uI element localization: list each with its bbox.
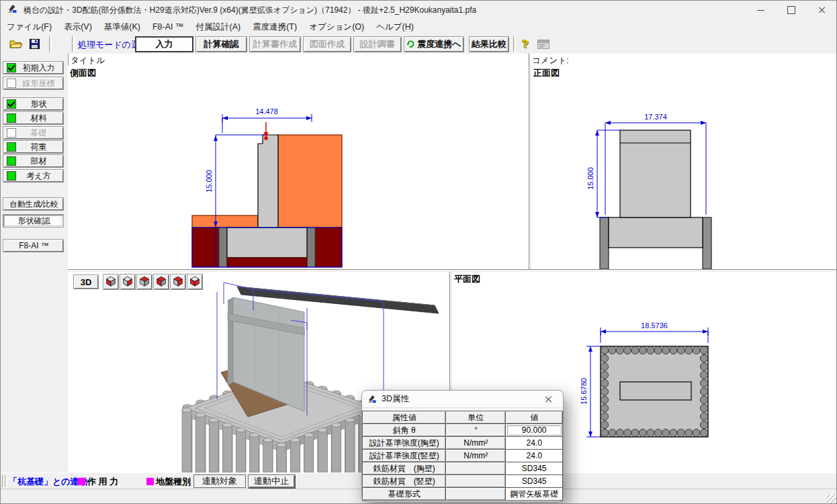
sidebar: 初期入力 線形座標 形状 材料 基礎 荷重 部材 考え方 自動生成/比較 形状確…	[1, 54, 69, 472]
plan-width-dim: 18.5736	[641, 321, 668, 330]
menu-item-seismic-link[interactable]: 震度連携(T)	[247, 19, 303, 34]
attr-row-rebar-stem: 鉄筋材質 (竪壁) SD345	[363, 475, 563, 488]
attr-row-skew-angle: 斜角 θ ° 90.000	[363, 424, 563, 437]
value-cell[interactable]: 鋼管矢板基礎	[506, 488, 563, 501]
title-field-label: タイトル:	[71, 55, 107, 66]
value-cell[interactable]: 24.0	[506, 437, 563, 450]
statusbar-grip	[5, 475, 7, 487]
sidebar-item-member[interactable]: 部材	[3, 154, 64, 168]
view-cube-button-6[interactable]	[187, 274, 203, 290]
menu-item-attached-design[interactable]: 付属設計(A)	[190, 19, 247, 34]
dialog-title-bar[interactable]: 3D属性	[362, 391, 563, 408]
mode-button-report[interactable]: 計算書作成	[249, 36, 301, 52]
mode-button-drawing[interactable]: 図面作成	[303, 36, 351, 52]
side-view-panel: 側面図 14.478 15.000	[68, 66, 529, 269]
sidebar-item-load[interactable]: 荷重	[3, 140, 64, 154]
column-header-value: 値	[506, 411, 563, 424]
checkbox-green-icon	[7, 113, 16, 123]
sidebar-item-foundation[interactable]: 基礎	[3, 126, 64, 140]
maximize-icon	[787, 6, 795, 14]
seismic-link-button[interactable]: 震度連携へ	[404, 36, 464, 52]
dialog-app-icon	[367, 394, 378, 404]
value-cell[interactable]: 24.0	[506, 450, 563, 462]
close-icon	[818, 6, 826, 14]
view-cube-toolbar	[103, 274, 203, 290]
dialog-close-button[interactable]	[539, 392, 559, 406]
value-cell[interactable]: SD345	[506, 475, 563, 488]
close-icon	[545, 395, 553, 403]
close-button[interactable]	[807, 1, 837, 19]
open-folder-icon	[9, 39, 23, 49]
mode-button-calc-check[interactable]: 計算確認	[195, 36, 247, 52]
view-cube-button-3[interactable]	[136, 274, 152, 290]
view-cube-button-4[interactable]	[153, 274, 169, 290]
checkbox-checked-icon	[7, 63, 16, 72]
value-cell[interactable]: 90.000	[506, 424, 563, 437]
table-header-row: 属性値 単位 値	[363, 411, 563, 424]
side-view-drawing: 14.478 15.000	[68, 66, 529, 269]
result-compare-button[interactable]: 結果比較	[469, 36, 509, 52]
sidebar-item-initial-input[interactable]: 初期入力	[3, 61, 64, 74]
link-target-display-button[interactable]: 連動対象表示	[193, 474, 246, 488]
header-fields-row: タイトル: コメント:	[68, 54, 837, 66]
toolbar-separator	[72, 36, 75, 52]
sidebar-item-approach[interactable]: 考え方	[3, 169, 64, 183]
side-height-dim: 15.000	[205, 170, 213, 193]
column-header-unit: 単位	[446, 411, 506, 424]
ground-type-swatch	[146, 478, 154, 485]
menu-item-help[interactable]: ヘルプ(H)	[370, 19, 420, 34]
mode-button-design-sheet[interactable]: 設計調書	[353, 36, 402, 52]
open-file-button[interactable]	[7, 36, 24, 52]
plan-view-label: 平面図	[454, 273, 480, 285]
menu-item-view[interactable]: 表示(V)	[58, 19, 98, 34]
view-cube-button-1[interactable]	[103, 274, 119, 290]
front-width-dim: 17.374	[644, 113, 667, 121]
toolbar: 処理モードの選択 入力 計算確認 計算書作成 図面作成 設計調書 震度連携へ 結…	[1, 34, 837, 54]
save-button[interactable]	[26, 36, 43, 52]
shape-confirm-button[interactable]: 形状確認	[3, 214, 64, 228]
checkbox-empty-icon	[7, 79, 16, 88]
menu-bar: ファイル(F) 表示(V) 基準値(K) F8-AI ™ 付属設計(A) 震度連…	[1, 19, 837, 35]
checkbox-empty-icon	[7, 128, 16, 138]
resize-grip[interactable]	[827, 495, 836, 504]
view-cube-button-2[interactable]	[120, 274, 136, 290]
side-width-dim: 14.478	[255, 107, 278, 115]
value-cell[interactable]: SD345	[506, 462, 563, 475]
cube-icon	[189, 275, 201, 287]
menu-item-standards[interactable]: 基準値(K)	[98, 19, 146, 34]
window-form-button[interactable]	[535, 36, 552, 52]
view-cube-button-5[interactable]	[170, 274, 186, 290]
sidebar-item-material[interactable]: 材料	[3, 111, 64, 125]
cube-icon	[122, 275, 134, 287]
title-bar: 橋台の設計・3D配筋(部分係数法・H29道示対応)Ver.9 (x64)(翼壁拡…	[1, 1, 837, 20]
toolbar-separator	[513, 36, 516, 52]
menu-item-options[interactable]: オプション(O)	[303, 19, 370, 34]
cube-icon	[172, 275, 184, 287]
link-cancel-button[interactable]: 連動中止	[248, 474, 295, 488]
front-view-drawing: 17.374 15.000	[531, 66, 837, 269]
sidebar-item-alignment-coords[interactable]: 線形座標	[3, 77, 64, 90]
mode-button-input[interactable]: 入力	[135, 36, 193, 52]
attr-row-rebar-parapet: 鉄筋材質 (胸壁) SD345	[363, 462, 563, 475]
column-header-name: 属性値	[363, 411, 446, 424]
cube-icon	[155, 275, 167, 287]
title-input[interactable]	[105, 54, 525, 64]
toolbar-separator	[49, 36, 52, 52]
cube-icon	[138, 275, 150, 287]
menu-item-file[interactable]: ファイル(F)	[1, 19, 58, 34]
maximize-button[interactable]	[776, 1, 807, 19]
comment-input[interactable]	[568, 54, 834, 64]
f8-ai-button[interactable]: F8-AI ™	[3, 239, 64, 252]
action-force-label: 作 用 力	[87, 476, 118, 488]
ground-type-label: 地盤種別	[156, 476, 191, 488]
plan-height-dim: 15.6780	[580, 378, 588, 405]
minimize-button[interactable]	[745, 1, 776, 19]
field-divider	[529, 54, 529, 66]
side-view-label: 側面図	[70, 67, 96, 79]
help-button[interactable]: ?	[518, 36, 533, 52]
auto-generate-compare-button[interactable]: 自動生成/比較	[3, 197, 64, 211]
three-d-button[interactable]: 3D	[73, 274, 99, 289]
menu-item-f8ai[interactable]: F8-AI ™	[146, 19, 190, 34]
sidebar-item-shape[interactable]: 形状	[3, 97, 64, 111]
checkbox-green-icon	[7, 171, 16, 181]
